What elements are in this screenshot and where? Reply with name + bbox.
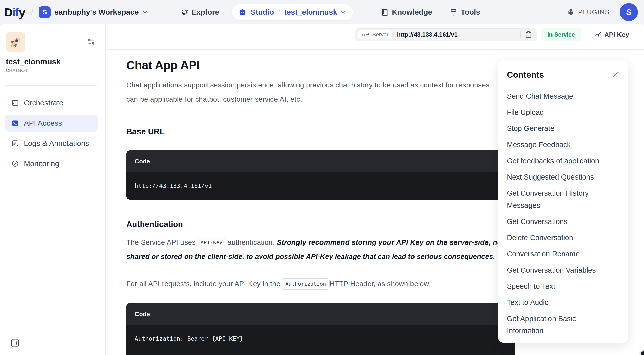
auth-p1-strong-line2: shared or stored on the client-side, to … <box>126 253 495 260</box>
nav-knowledge-label: Knowledge <box>392 8 432 16</box>
logo-d: D <box>4 6 12 19</box>
contents-item[interactable]: Message Feedback <box>507 139 610 151</box>
auth-paragraph-1: The Service API usesAPI-Keyauthenticatio… <box>126 235 515 264</box>
contents-item[interactable]: Get Conversations <box>507 215 610 228</box>
contents-item[interactable]: File Upload <box>507 106 610 118</box>
api-key-label: API Key <box>604 31 629 39</box>
sidebar-nav: Orchestrate API Access Logs & Annotation… <box>5 94 98 175</box>
workspace-avatar: S <box>39 6 51 18</box>
contents-item[interactable]: Get Application Basic Information <box>507 313 610 337</box>
logs-document-icon <box>11 140 19 147</box>
sidebar-item-orchestrate[interactable]: Orchestrate <box>5 94 98 112</box>
contents-item[interactable]: Get feedbacks of application <box>507 155 610 167</box>
plugins-button[interactable]: PLUGINS <box>567 8 610 16</box>
authorization-inline-code: Authorization <box>282 278 329 290</box>
contents-item[interactable]: Speech to Text <box>507 280 610 292</box>
app-settings-sliders-icon[interactable] <box>87 38 95 46</box>
collapse-sidebar-icon[interactable] <box>11 339 19 347</box>
authentication-heading: Authentication <box>126 219 515 229</box>
sidebar-divider <box>5 85 97 86</box>
user-avatar[interactable]: S <box>620 3 638 21</box>
api-server-bar: API Server http://43.133.4.161/v1 <box>355 28 537 41</box>
status-badge: In Service <box>541 28 581 41</box>
contents-item[interactable]: Stop Generate <box>507 122 610 135</box>
chevron-down-icon[interactable] <box>340 9 346 15</box>
plugins-label: PLUGINS <box>578 8 610 16</box>
base-url-code-text: http://43.133.4.161/v1 <box>135 180 507 192</box>
tools-hammer-icon <box>449 8 458 16</box>
rocket-emoji <box>9 35 22 49</box>
auth-p1-mid: authentication. <box>227 238 277 246</box>
dify-logo[interactable]: Dify <box>4 5 25 19</box>
api-key-button[interactable]: API Key <box>595 28 629 41</box>
auth-code-block: Code Authorization: Bearer {API_KEY} <box>126 303 515 355</box>
nav-tools[interactable]: Tools <box>449 8 480 16</box>
app-type-badge: CHATBOT <box>6 68 28 73</box>
copy-url-clipboard-icon[interactable] <box>525 31 532 38</box>
code-block-header: Code <box>126 303 515 325</box>
top-navigation-bar: Dify / S sanbuphy's Workspace Explore <box>0 0 644 24</box>
app-sidebar: test_elonmusk CHATBOT Orchestrate API Ac… <box>0 24 106 355</box>
contents-item[interactable]: Delete Conversation <box>507 232 610 244</box>
doc-title: Chat App API <box>126 58 515 73</box>
sidebar-item-label: Orchestrate <box>24 99 63 107</box>
api-access-terminal-icon <box>11 119 19 127</box>
dify-app-window: Dify / S sanbuphy's Workspace Explore <box>0 0 644 355</box>
contents-panel-header: Contents <box>507 69 619 80</box>
knowledge-book-icon <box>381 8 389 16</box>
auth-code-text: Authorization: Bearer {API_KEY} <box>135 333 507 344</box>
chevron-down-icon <box>141 8 149 16</box>
topbar-left-group: Dify / S sanbuphy's Workspace <box>4 0 149 24</box>
studio-pill-slash: / <box>278 8 280 16</box>
robot-icon <box>238 8 247 17</box>
workspace-name: sanbuphy's Workspace <box>54 8 139 16</box>
workspace-selector[interactable]: S sanbuphy's Workspace <box>39 6 149 18</box>
contents-item[interactable]: Next Suggested Questions <box>507 171 610 183</box>
close-icon[interactable] <box>611 70 619 79</box>
sidebar-item-monitoring[interactable]: Monitoring <box>5 155 98 172</box>
explore-planet-icon <box>180 8 189 16</box>
sidebar-item-label: API Access <box>24 119 62 127</box>
contents-panel: Contents Send Chat Message File Upload S… <box>498 60 628 343</box>
sidebar-item-api-access[interactable]: API Access <box>5 115 98 132</box>
logo-if: if <box>12 6 19 19</box>
contents-list: Send Chat Message File Upload Stop Gener… <box>507 90 619 337</box>
orchestrate-window-icon <box>11 99 19 107</box>
app-shell: test_elonmusk CHATBOT Orchestrate API Ac… <box>0 24 644 355</box>
api-bar-divider <box>520 31 521 38</box>
contents-item[interactable]: Get Conversation Variables <box>507 264 610 276</box>
sidebar-item-logs-annotations[interactable]: Logs & Annotations <box>5 135 98 152</box>
nav-knowledge[interactable]: Knowledge <box>381 8 432 16</box>
plugins-box-icon <box>567 8 575 16</box>
auth-p2-post: HTTP Header, as shown below: <box>330 280 431 288</box>
auth-p2-pre: For all API requests, include your API K… <box>126 280 280 288</box>
key-icon <box>595 31 602 38</box>
base-url-code-block: Code http://43.133.4.161/v1 <box>126 150 515 200</box>
api-doc-content: Chat App API Chat applications support s… <box>106 50 644 355</box>
breadcrumb-slash: / <box>31 8 33 17</box>
app-icon <box>6 32 25 52</box>
contents-title: Contents <box>507 69 544 80</box>
topbar-center-nav: Explore Studio / test_elonmusk Knowledge <box>180 0 480 24</box>
code-block-title: Code <box>135 310 150 318</box>
base-url-heading: Base URL <box>126 126 515 137</box>
nav-explore-label: Explore <box>191 8 219 16</box>
doc-intro-paragraph: Chat applications support session persis… <box>126 78 515 106</box>
code-block-body: Authorization: Bearer {API_KEY} <box>126 325 515 355</box>
doc-intro-line1: Chat applications support session persis… <box>126 78 515 92</box>
contents-item[interactable]: Text to Audio <box>507 296 610 308</box>
contents-item[interactable]: Get Conversation History Messages <box>507 187 610 211</box>
nav-explore[interactable]: Explore <box>180 8 219 16</box>
auth-p1-pre: The Service API uses <box>126 238 196 246</box>
code-block-title: Code <box>135 158 150 165</box>
sidebar-item-label: Monitoring <box>24 159 59 168</box>
contents-item[interactable]: Conversation Rename <box>507 248 610 260</box>
api-key-inline-code: API-Key <box>197 237 226 248</box>
nav-studio[interactable]: Studio <box>250 8 274 16</box>
main-panel: API Server http://43.133.4.161/v1 In Ser… <box>106 24 644 355</box>
current-app-selector[interactable]: test_elonmusk <box>284 8 337 16</box>
nav-tools-label: Tools <box>461 8 480 16</box>
contents-item[interactable]: Send Chat Message <box>507 90 610 102</box>
topbar-right-group: PLUGINS S <box>567 0 638 24</box>
logo-y: y <box>19 6 25 19</box>
